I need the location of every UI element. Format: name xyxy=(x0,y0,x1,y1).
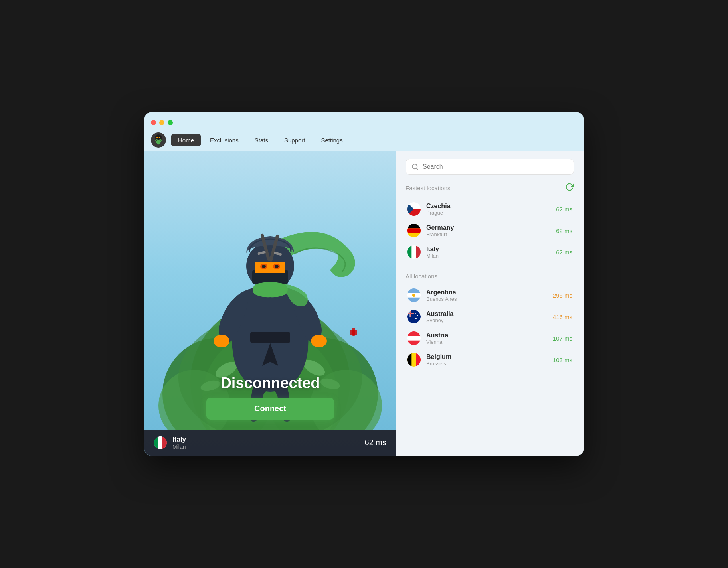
svg-rect-23 xyxy=(250,332,290,343)
right-panel: Fastest locations xyxy=(396,151,584,456)
fastest-locations-title: Fastest locations xyxy=(406,185,451,191)
app-window: Home Exclusions Stats Support Settings xyxy=(144,112,584,456)
austria-ping: 107 ms xyxy=(553,335,572,342)
svg-rect-59 xyxy=(407,331,421,336)
status-bar: Italy Milan 62 ms xyxy=(144,430,396,456)
maximize-button[interactable] xyxy=(168,120,173,125)
belgium-info: Belgium Brussels xyxy=(426,353,553,367)
svg-point-4 xyxy=(159,137,160,138)
flag-argentina xyxy=(407,288,421,302)
svg-line-37 xyxy=(416,168,417,169)
svg-rect-41 xyxy=(407,224,421,228)
svg-point-21 xyxy=(262,265,266,268)
svg-rect-31 xyxy=(352,328,355,336)
all-locations-header: All locations xyxy=(406,273,574,280)
czechia-country: Czechia xyxy=(426,203,556,210)
svg-point-25 xyxy=(311,335,327,347)
svg-point-24 xyxy=(214,335,229,347)
svg-rect-45 xyxy=(416,245,421,259)
belgium-ping: 103 ms xyxy=(553,357,572,363)
svg-point-55 xyxy=(415,318,417,320)
germany-info: Germany Frankfurt xyxy=(426,224,556,237)
nav-exclusions[interactable]: Exclusions xyxy=(203,134,246,146)
austria-city: Vienna xyxy=(426,339,553,345)
connect-button[interactable]: Connect xyxy=(206,398,334,420)
svg-rect-48 xyxy=(407,298,421,302)
main-content: Disconnected Connect Italy Milan xyxy=(144,151,584,456)
flag-australia xyxy=(407,310,421,323)
svg-rect-42 xyxy=(407,228,421,233)
location-item-belgium[interactable]: Belgium Brussels 103 ms xyxy=(406,349,574,371)
flag-austria xyxy=(407,331,421,345)
svg-rect-35 xyxy=(162,436,167,449)
current-city: Milan xyxy=(172,444,186,450)
australia-country: Australia xyxy=(426,310,553,318)
australia-city: Sydney xyxy=(426,318,553,323)
svg-rect-44 xyxy=(407,245,411,259)
czechia-info: Czechia Prague xyxy=(426,203,556,216)
austria-country: Austria xyxy=(426,332,553,339)
current-flag xyxy=(154,436,167,449)
connection-status: Disconnected xyxy=(220,375,320,392)
location-item-argentina[interactable]: Argentina Buenos Aires 295 ms xyxy=(406,284,574,306)
location-item-czechia[interactable]: Czechia Prague 62 ms xyxy=(406,198,574,220)
svg-point-22 xyxy=(275,265,279,268)
svg-rect-62 xyxy=(407,353,411,367)
italy-city: Milan xyxy=(426,253,556,259)
australia-info: Australia Sydney xyxy=(426,310,553,323)
svg-rect-34 xyxy=(158,436,162,449)
titlebar xyxy=(144,112,584,132)
nav-settings[interactable]: Settings xyxy=(314,134,350,146)
svg-point-50 xyxy=(407,310,421,323)
czechia-ping: 62 ms xyxy=(556,206,572,213)
search-input[interactable] xyxy=(423,163,568,170)
flag-germany xyxy=(407,224,421,237)
argentina-country: Argentina xyxy=(426,289,553,296)
svg-rect-60 xyxy=(407,341,421,345)
italy-country: Italy xyxy=(426,246,556,253)
svg-point-3 xyxy=(156,137,158,138)
italy-ping: 62 ms xyxy=(556,249,572,256)
nav-support[interactable]: Support xyxy=(277,134,313,146)
search-container xyxy=(406,159,574,175)
germany-city: Frankfurt xyxy=(426,231,556,237)
ninja-scene xyxy=(154,214,386,430)
svg-rect-33 xyxy=(154,436,158,449)
nav-stats[interactable]: Stats xyxy=(247,134,275,146)
app-logo xyxy=(151,132,166,148)
argentina-info: Argentina Buenos Aires xyxy=(426,289,553,302)
germany-country: Germany xyxy=(426,224,556,231)
argentina-city: Buenos Aires xyxy=(426,296,553,302)
belgium-city: Brussels xyxy=(426,361,553,367)
germany-ping: 62 ms xyxy=(556,227,572,234)
search-icon xyxy=(411,163,419,170)
svg-rect-18 xyxy=(255,262,285,273)
all-locations-title: All locations xyxy=(406,273,437,280)
flag-italy-fast xyxy=(407,245,421,259)
svg-point-57 xyxy=(415,313,416,314)
belgium-country: Belgium xyxy=(426,353,553,361)
svg-rect-47 xyxy=(407,288,421,293)
italy-info: Italy Milan xyxy=(426,246,556,259)
svg-point-49 xyxy=(412,294,415,297)
australia-ping: 416 ms xyxy=(553,314,572,320)
svg-point-56 xyxy=(417,315,418,316)
location-item-austria[interactable]: Austria Vienna 107 ms xyxy=(406,327,574,349)
minimize-button[interactable] xyxy=(159,120,164,125)
refresh-icon[interactable] xyxy=(565,183,574,193)
current-ping: 62 ms xyxy=(365,438,386,447)
close-button[interactable] xyxy=(151,120,156,125)
location-item-germany[interactable]: Germany Frankfurt 62 ms xyxy=(406,220,574,241)
argentina-ping: 295 ms xyxy=(553,292,572,299)
flag-belgium xyxy=(407,353,421,367)
left-panel: Disconnected Connect Italy Milan xyxy=(144,151,396,456)
czechia-city: Prague xyxy=(426,210,556,216)
current-country: Italy xyxy=(172,436,186,444)
fastest-locations-list: Czechia Prague 62 ms Ge xyxy=(406,198,574,263)
svg-rect-54 xyxy=(410,310,411,317)
navbar: Home Exclusions Stats Support Settings xyxy=(144,132,584,151)
location-item-italy-fast[interactable]: Italy Milan 62 ms xyxy=(406,241,574,263)
fastest-locations-header: Fastest locations xyxy=(406,183,574,193)
nav-home[interactable]: Home xyxy=(171,134,201,146)
location-item-australia[interactable]: Australia Sydney 416 ms xyxy=(406,306,574,327)
